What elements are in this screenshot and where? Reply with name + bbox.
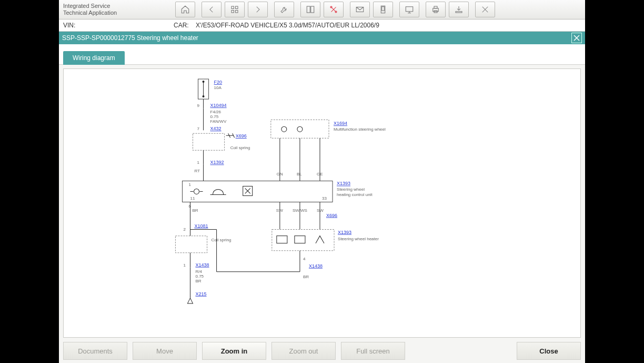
zoom-in-button[interactable]: Zoom in — [202, 342, 266, 360]
svg-rect-12 — [433, 8, 439, 12]
monitor-button[interactable] — [399, 2, 419, 17]
svg-text:Coil spring: Coil spring — [212, 238, 232, 242]
monitor-icon — [405, 5, 414, 14]
svg-text:X1694: X1694 — [334, 121, 347, 126]
tools-button[interactable] — [274, 2, 294, 17]
svg-text:GE: GE — [317, 172, 323, 176]
documents-button[interactable]: Documents — [63, 342, 127, 360]
nav-back-button[interactable] — [202, 2, 222, 17]
doc-title: SSP-SSP-SP0000012775 Steering wheel heat… — [62, 34, 198, 42]
svg-text:X1392: X1392 — [210, 160, 224, 165]
close-button[interactable]: Close — [517, 342, 581, 360]
arrow-right-icon — [253, 5, 263, 14]
car-value: X'/E53/OFF-ROAD VEHICLE/X5 3.0d/M57/AUTO… — [196, 22, 379, 29]
tab-row: Wiring diagram — [59, 44, 585, 65]
svg-text:1: 1 — [197, 160, 200, 165]
svg-rect-5 — [311, 6, 314, 13]
tab-wiring-diagram[interactable]: Wiring diagram — [63, 51, 125, 65]
nav-forward-button[interactable] — [248, 2, 268, 17]
svg-text:SW: SW — [276, 208, 283, 213]
zoom-out-button[interactable]: Zoom out — [271, 342, 336, 360]
vin-bar: VIN: CAR: X'/E53/OFF-ROAD VEHICLE/X5 3.0… — [59, 19, 585, 32]
svg-text:X215: X215 — [196, 291, 207, 297]
arrow-left-icon — [207, 5, 216, 14]
svg-text:7: 7 — [197, 126, 200, 131]
svg-text:BL: BL — [297, 172, 302, 176]
svg-point-18 — [203, 81, 205, 83]
layout-button[interactable] — [300, 2, 320, 17]
svg-text:X432: X432 — [210, 126, 222, 131]
svg-text:BR: BR — [192, 208, 198, 213]
svg-text:Coil spring: Coil spring — [230, 145, 250, 150]
svg-rect-13 — [434, 6, 437, 8]
svg-point-19 — [203, 95, 205, 97]
svg-text:GN: GN — [277, 172, 283, 176]
svg-rect-2 — [232, 11, 234, 13]
svg-text:1: 1 — [188, 182, 191, 187]
svg-text:BR: BR — [303, 274, 309, 279]
svg-text:X696: X696 — [326, 213, 337, 218]
svg-text:R/4: R/4 — [196, 269, 203, 274]
svg-text:1: 1 — [183, 263, 186, 268]
svg-rect-87 — [272, 230, 334, 251]
svg-text:10A: 10A — [214, 85, 222, 90]
svg-text:FAN/WV: FAN/WV — [210, 119, 227, 124]
print-icon — [431, 5, 440, 14]
svg-text:6: 6 — [188, 204, 191, 209]
svg-text:2: 2 — [183, 227, 186, 232]
svg-text:9: 9 — [197, 103, 200, 108]
device-button[interactable] — [373, 2, 393, 17]
svg-text:BR: BR — [196, 279, 202, 283]
svg-text:heating control unit: heating control unit — [337, 192, 373, 197]
svg-text:4: 4 — [303, 257, 306, 261]
full-screen-button[interactable]: Full screen — [341, 342, 405, 360]
app-title: Integrated Service Technical Application — [59, 3, 174, 16]
close-icon — [573, 35, 580, 41]
bottom-button-row: Documents Move Zoom in Zoom out Full scr… — [63, 342, 581, 360]
svg-text:X1393: X1393 — [338, 230, 351, 235]
svg-text:X1081: X1081 — [195, 223, 208, 229]
device-icon — [378, 5, 388, 14]
car-label: CAR: — [174, 22, 196, 29]
svg-text:SW/WS: SW/WS — [293, 208, 307, 213]
svg-rect-0 — [232, 6, 234, 9]
print-button[interactable] — [426, 2, 446, 17]
svg-text:Steering wheel: Steering wheel — [337, 187, 365, 192]
download-button[interactable] — [449, 2, 469, 17]
svg-text:0.75: 0.75 — [196, 274, 204, 279]
top-toolbar: Integrated Service Technical Application — [59, 0, 585, 19]
svg-text:F20: F20 — [214, 80, 223, 85]
svg-rect-11 — [406, 7, 413, 12]
svg-text:SW: SW — [317, 208, 324, 213]
svg-text:X1438: X1438 — [309, 263, 323, 269]
mail-icon — [355, 5, 365, 14]
close-app-button[interactable] — [475, 2, 495, 17]
home-icon — [180, 5, 190, 14]
svg-rect-4 — [307, 6, 310, 13]
grid-icon — [230, 5, 239, 14]
move-button[interactable]: Move — [133, 342, 197, 360]
mail-button[interactable] — [350, 2, 370, 17]
vin-label: VIN: — [63, 22, 174, 29]
svg-rect-51 — [182, 181, 333, 202]
wiring-diagram-svg: F20 10A 9 X10494 F4/26 0.75 FAN/WV 7 X43… — [64, 69, 580, 337]
svg-text:0.75: 0.75 — [210, 114, 219, 119]
doc-close-button[interactable] — [571, 33, 582, 43]
svg-text:33: 33 — [322, 196, 327, 201]
wrench-icon — [279, 5, 289, 14]
svg-text:RT: RT — [195, 169, 200, 173]
nav-index-button[interactable] — [225, 2, 245, 17]
app-window: Integrated Service Technical Application — [59, 0, 585, 363]
svg-text:X1438: X1438 — [196, 262, 209, 268]
close-icon — [480, 5, 490, 14]
svg-rect-10 — [382, 7, 385, 11]
svg-text:Multifunction steering wheel: Multifunction steering wheel — [334, 127, 386, 132]
svg-text:X1393: X1393 — [337, 181, 350, 186]
svg-text:X10494: X10494 — [210, 103, 227, 108]
svg-text:X696: X696 — [236, 133, 247, 139]
svg-text:11: 11 — [190, 196, 195, 201]
doc-title-bar: SSP-SSP-SP0000012775 Steering wheel heat… — [59, 32, 585, 44]
connector-button[interactable] — [324, 2, 344, 17]
diagram-canvas[interactable]: F20 10A 9 X10494 F4/26 0.75 FAN/WV 7 X43… — [63, 68, 581, 338]
home-button[interactable] — [175, 2, 195, 17]
